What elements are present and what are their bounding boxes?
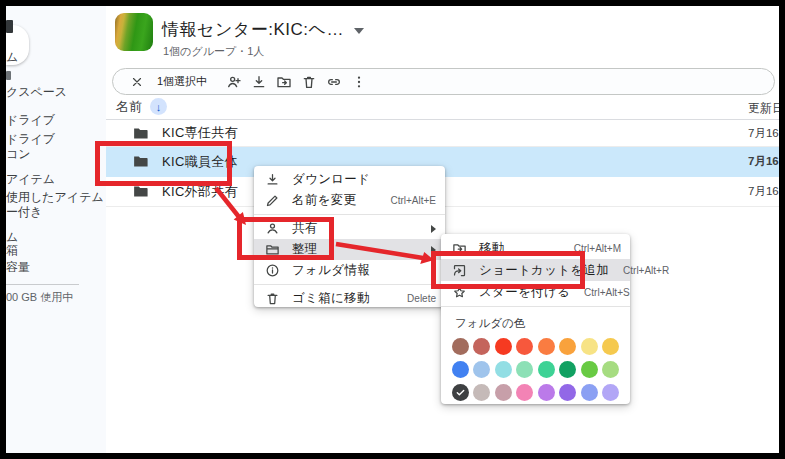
group-subtitle: 1個のグループ・1人 xyxy=(163,44,264,59)
sidebar-item-home[interactable]: ム xyxy=(6,51,18,64)
color-swatch[interactable] xyxy=(602,384,619,401)
info-icon xyxy=(264,263,280,279)
column-modified[interactable]: 更新日時 xyxy=(748,100,779,117)
page-title: 情報センター:KIC:ヘ… xyxy=(162,18,344,41)
selection-count: 1個選択中 xyxy=(157,74,207,89)
color-swatch[interactable] xyxy=(516,384,533,401)
color-swatch[interactable] xyxy=(473,361,490,378)
sidebar-item-shared-items[interactable]: アイテム xyxy=(6,173,55,186)
palette-row-2 xyxy=(441,361,630,378)
menu-divider xyxy=(441,306,630,307)
menu-shortcut: Delete xyxy=(393,293,436,304)
annotation-box-add-shortcut xyxy=(431,251,585,289)
selection-toolbar: 1個選択中 xyxy=(112,68,775,95)
color-swatch[interactable] xyxy=(581,338,598,355)
title-dropdown-caret-icon[interactable] xyxy=(354,28,364,34)
color-swatch[interactable] xyxy=(495,384,512,401)
color-swatch[interactable] xyxy=(581,384,598,401)
sidebar-item-starred[interactable]: ー付き xyxy=(6,206,42,219)
new-button-glyph-fragment xyxy=(6,20,13,33)
annotation-box-organize xyxy=(237,217,334,260)
sidebar-item-workspace[interactable]: クスペース xyxy=(6,86,67,99)
menu-divider xyxy=(254,214,445,215)
sort-descending-icon[interactable]: ↓ xyxy=(150,98,167,115)
file-modified-date: 7月16日 xyxy=(748,126,779,141)
color-swatch[interactable] xyxy=(559,384,576,401)
download-icon[interactable] xyxy=(251,74,267,90)
menu-item-label: ゴミ箱に移動 xyxy=(292,290,370,307)
menu-item-rename[interactable]: 名前を変更 Ctrl+Alt+E xyxy=(254,190,445,211)
menu-shortcut: Ctrl+Alt+R xyxy=(609,265,669,276)
file-name: KIC専任共有 xyxy=(162,124,238,142)
close-icon[interactable] xyxy=(129,74,145,90)
menu-item-label: ダウンロード xyxy=(292,171,370,188)
sidebar-item-storage[interactable]: 容量 xyxy=(6,261,30,274)
column-name[interactable]: 名前 xyxy=(116,98,142,116)
color-swatch[interactable] xyxy=(495,361,512,378)
annotation-box-selected-folder xyxy=(95,141,232,186)
folder-color-label: フォルダの色 xyxy=(441,310,630,338)
drive-window: ム クスペース ドライブ ドライブ コン アイテム 使用したアイテム ー付き ム… xyxy=(6,6,779,453)
menu-item-label: 名前を変更 xyxy=(292,192,356,209)
color-swatch[interactable] xyxy=(581,361,598,378)
color-swatch[interactable] xyxy=(473,384,490,401)
sidebar-item-fragment xyxy=(6,71,11,80)
sidebar-item-computers[interactable]: コン xyxy=(6,148,31,161)
color-swatch-selected[interactable] xyxy=(452,384,469,401)
menu-shortcut: Ctrl+Alt+E xyxy=(376,195,436,206)
color-swatch[interactable] xyxy=(538,338,555,355)
download-icon xyxy=(264,172,280,188)
color-swatch[interactable] xyxy=(452,361,469,378)
trash-icon xyxy=(264,291,280,307)
color-swatch[interactable] xyxy=(473,338,490,355)
file-modified-date: 7月16日 xyxy=(748,154,779,169)
menu-divider xyxy=(254,284,445,285)
sidebar-item-shareddrive[interactable]: ドライブ xyxy=(6,133,55,146)
folder-icon xyxy=(132,125,149,142)
color-swatch[interactable] xyxy=(602,361,619,378)
color-swatch[interactable] xyxy=(602,338,619,355)
screenshot-root: { "header": { "title": "情報センター:KIC:ヘ…", … xyxy=(0,0,785,459)
color-swatch[interactable] xyxy=(559,338,576,355)
person-add-icon[interactable] xyxy=(226,74,242,90)
color-swatch[interactable] xyxy=(516,338,533,355)
color-swatch[interactable] xyxy=(495,338,512,355)
group-avatar xyxy=(115,13,153,51)
sidebar-item-mydrive[interactable]: ドライブ xyxy=(6,114,55,127)
sidebar: ム クスペース ドライブ ドライブ コン アイテム 使用したアイテム ー付き ム… xyxy=(6,6,106,453)
color-swatch[interactable] xyxy=(538,361,555,378)
color-swatch[interactable] xyxy=(538,384,555,401)
check-icon xyxy=(455,387,466,398)
sidebar-divider xyxy=(6,284,79,285)
sidebar-item-recent[interactable]: 使用したアイテム xyxy=(6,191,104,204)
color-swatch[interactable] xyxy=(452,338,469,355)
menu-item-move-to-trash[interactable]: ゴミ箱に移動 Delete xyxy=(254,288,445,309)
file-modified-date: 7月16日 xyxy=(748,184,779,199)
more-vert-icon[interactable] xyxy=(351,74,367,90)
palette-row-3 xyxy=(441,384,630,401)
rename-pencil-icon xyxy=(264,193,280,209)
list-header: 名前 ↓ 更新日時 xyxy=(106,94,779,120)
menu-item-folder-info[interactable]: フォルダ情報 xyxy=(254,260,445,281)
color-swatch[interactable] xyxy=(516,361,533,378)
submenu-arrow-icon xyxy=(431,225,436,233)
menu-item-download[interactable]: ダウンロード xyxy=(254,169,445,190)
link-icon[interactable] xyxy=(326,74,342,90)
move-folder-icon[interactable] xyxy=(276,74,292,90)
menu-item-label: フォルダ情報 xyxy=(292,262,370,279)
storage-usage-text: 00 GB 使用中 xyxy=(6,290,73,305)
color-swatch[interactable] xyxy=(559,361,576,378)
palette-row-1 xyxy=(441,338,630,355)
sidebar-item-trash[interactable]: 箱 xyxy=(6,244,18,257)
trash-icon[interactable] xyxy=(301,74,317,90)
